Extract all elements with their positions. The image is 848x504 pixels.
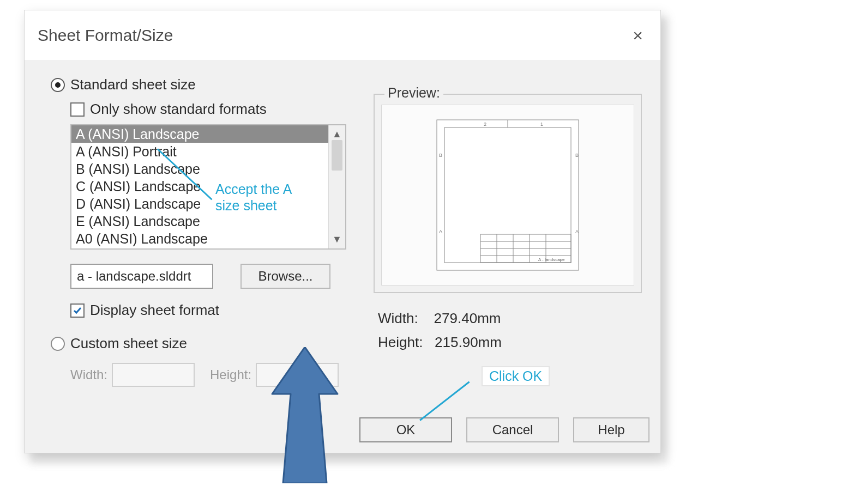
svg-text:B: B [439,153,442,158]
radio-unselected-icon [51,337,65,351]
svg-marker-18 [272,347,338,483]
svg-text:B: B [575,153,579,158]
display-format-checkbox[interactable]: Display sheet format [70,302,356,319]
annotation-click-ok: Click OK [482,366,550,386]
list-item[interactable]: E (ANSI) Landscape [71,212,328,230]
svg-rect-0 [437,120,579,270]
scroll-thumb[interactable] [332,140,342,171]
annotation-line-ok [419,381,470,421]
template-file-row: a - landscape.slddrt Browse... [70,264,356,289]
right-column: Preview: 2 1 B B A A [374,94,642,354]
svg-text:A: A [439,229,442,234]
preview-dimensions: Width: 279.40mm Height: 215.90mm [378,306,642,354]
title-bar: Sheet Format/Size × [25,10,660,61]
standard-size-label: Standard sheet size [70,76,196,93]
list-item[interactable]: A (ANSI) Portrait [71,143,328,160]
dialog-body: Standard sheet size Only show standard f… [25,61,660,453]
close-icon[interactable]: × [628,23,647,48]
cancel-button[interactable]: Cancel [466,417,559,442]
custom-height-label: Height: [210,367,251,382]
listbox-scrollbar[interactable]: ▲ ▼ [328,125,345,248]
preview-height-label: Height: [378,334,423,350]
standard-size-radio[interactable]: Standard sheet size [51,76,356,93]
only-standard-label: Only show standard formats [90,101,267,118]
format-listbox[interactable]: A (ANSI) Landscape A (ANSI) Portrait B (… [70,124,346,250]
browse-button[interactable]: Browse... [240,264,330,289]
svg-text:1: 1 [540,122,543,127]
svg-text:2: 2 [484,122,486,127]
scroll-down-icon[interactable]: ▼ [332,234,342,245]
ok-button[interactable]: OK [359,417,452,442]
list-item[interactable]: A (ANSI) Landscape [71,125,328,143]
list-item[interactable]: B (ANSI) Landscape [71,160,328,178]
help-button[interactable]: Help [573,417,649,442]
scroll-track [332,140,342,234]
preview-height-value: 215.90mm [435,334,502,350]
sheet-format-dialog: Sheet Format/Size × Standard sheet size … [24,10,661,453]
preview-group: Preview: 2 1 B B A A [374,94,642,293]
dialog-title: Sheet Format/Size [38,26,173,45]
scroll-up-icon[interactable]: ▲ [332,129,342,140]
preview-label: Preview: [384,85,443,101]
radio-selected-icon [51,78,65,92]
custom-width-input[interactable] [112,363,195,387]
annotation-accept: Accept the A size sheet [215,181,292,214]
template-file-value: a - landscape.slddrt [77,269,191,284]
custom-size-label: Custom sheet size [70,335,187,352]
browse-label: Browse... [258,269,312,284]
checkbox-checked-icon [70,303,85,318]
preview-thumbnail: 2 1 B B A A [431,113,584,277]
list-item[interactable]: A0 (ANSI) Landscape [71,230,328,247]
help-label: Help [598,422,624,438]
preview-pane: 2 1 B B A A [381,105,634,286]
svg-text:A: A [575,229,579,234]
cancel-label: Cancel [492,422,533,438]
left-column: Standard sheet size Only show standard f… [51,76,356,387]
only-standard-checkbox[interactable]: Only show standard formats [70,101,356,118]
svg-text:A - landscape: A - landscape [538,257,565,262]
ok-label: OK [396,422,416,438]
dialog-button-row: OK Cancel Help [359,417,649,442]
display-format-label: Display sheet format [90,302,219,319]
custom-width-label: Width: [70,367,107,382]
template-file-input[interactable]: a - landscape.slddrt [70,264,213,289]
annotation-arrow-icon [267,347,343,483]
preview-width-label: Width: [378,310,418,326]
checkbox-empty-icon [70,102,85,117]
preview-width-value: 279.40mm [434,310,501,326]
